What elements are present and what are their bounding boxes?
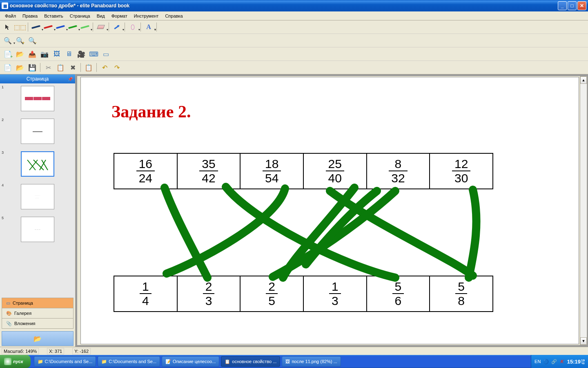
redo-button[interactable]: ↷ [111, 62, 122, 73]
start-button[interactable]: пуск [0, 355, 31, 368]
menu-help[interactable]: Справка [162, 13, 186, 19]
fraction: 23 [203, 280, 215, 307]
taskbar-task[interactable]: 📋основное свойство ... [221, 356, 280, 367]
page-canvas[interactable]: Задание 2. 16243542185425408321230 14232… [80, 77, 579, 344]
menu-tool[interactable]: Инструмент [131, 13, 162, 19]
titlebar: ▦ основное свойство дроби* - elite Panab… [0, 0, 588, 11]
thumbnail-1[interactable]: 1 [2, 86, 73, 111]
thumbnail-4[interactable]: 4· · · · ·· · · · [2, 184, 73, 209]
task-label: Описание целесоо... [173, 359, 216, 364]
scroll-down-button[interactable]: ▼ [580, 337, 587, 345]
shape-tool[interactable]: ⬯▾ [127, 22, 138, 32]
taskbar-task[interactable]: 🖼после 11.png (82%) ... [282, 356, 341, 367]
video-button[interactable]: 🎥 [76, 49, 87, 59]
scale-label: Масштаб: [4, 349, 24, 354]
fraction-cell: 56 [367, 276, 430, 312]
sidebar: Страница 📌 12▬▬▬▬34· · · · ·· · · ·5─ ─ … [0, 74, 76, 347]
window-title: основное свойство дроби* - elite Panaboa… [10, 3, 558, 9]
picture-button[interactable]: 🖼 [51, 49, 62, 59]
screen-button[interactable]: 🖥 [64, 49, 74, 59]
start-icon [4, 358, 11, 365]
camera-button[interactable]: 📷 [39, 49, 50, 59]
tab-page[interactable]: ▭Страница [2, 298, 74, 308]
menu-view[interactable]: Вид [94, 13, 108, 19]
status-scale: Масштаб: 149% [2, 348, 39, 355]
toolbar-zoom: 🔍▾ 🔍+ 🔍− [0, 34, 588, 47]
pin-icon[interactable]: 📌 [68, 77, 73, 81]
taskbar-task[interactable]: 📁C:\Documents and Se... [34, 356, 96, 367]
text-tool[interactable]: A▾ [143, 22, 154, 32]
tray-icon-2[interactable]: 🔗 [551, 358, 557, 365]
menu-format[interactable]: Формат [108, 13, 131, 19]
pointer-tool[interactable] [2, 22, 13, 32]
open-button[interactable]: 📂 [15, 62, 25, 73]
zoom-out-button[interactable]: 🔍− [27, 35, 38, 46]
thumbnails-panel[interactable]: 12▬▬▬▬34· · · · ·· · · ·5─ ─ ─ [0, 83, 75, 298]
fraction: 56 [392, 280, 404, 307]
marker-lightgreen[interactable]: ▾ [80, 22, 90, 32]
vertical-scrollbar[interactable]: ▲ ▼ [580, 76, 587, 345]
cut-button[interactable]: ✂ [43, 62, 53, 73]
delete-button[interactable]: ✖ [67, 62, 78, 73]
fraction-cell: 1854 [240, 153, 303, 189]
keyboard-button[interactable]: ⌨ [88, 49, 99, 59]
import-button[interactable]: 📂 [15, 49, 25, 59]
tab-attachments[interactable]: 📎Вложения [2, 318, 74, 329]
task-icon: 📝 [165, 359, 171, 364]
menu-insert[interactable]: Вставить [41, 13, 67, 19]
taskbar-task[interactable]: 📁C:\Documents and Se... [98, 356, 160, 367]
save-button[interactable]: 💾 [27, 62, 38, 73]
tray-icon-k[interactable]: K [559, 358, 566, 365]
paste-button[interactable]: 📋 [83, 62, 94, 73]
task-icon: 📁 [38, 359, 43, 364]
undo-button[interactable]: ↶ [99, 62, 110, 73]
pen-tool[interactable]: ▾ [111, 22, 122, 32]
thumbnail-5[interactable]: 5─ ─ ─ [2, 217, 73, 242]
fraction-cell: 2540 [303, 153, 367, 189]
thumbnail-2[interactable]: 2▬▬▬▬ [2, 119, 73, 144]
task-label: C:\Documents and Se... [109, 359, 156, 364]
marker-blue[interactable]: ▾ [55, 22, 66, 32]
menu-file[interactable]: Файл [2, 13, 19, 19]
copy-button[interactable]: 📋 [55, 62, 66, 73]
zoom-in-button[interactable]: 🔍+ [15, 35, 25, 46]
gallery-icon: 🎨 [6, 311, 12, 316]
menu-edit[interactable]: Правка [19, 13, 41, 19]
fraction: 13 [329, 280, 341, 307]
status-x: X: 371 [47, 348, 64, 355]
sidebar-footer-button[interactable]: 📂 [2, 331, 74, 346]
fraction: 832 [389, 157, 407, 185]
fraction-cell: 14 [114, 276, 177, 312]
canvas-area: Задание 2. 16243542185425408321230 14232… [76, 74, 588, 347]
menu-page[interactable]: Страница [67, 13, 94, 19]
select-tool[interactable]: ⬚⬚ [15, 22, 25, 32]
tab-gallery[interactable]: 🎨Галерея [2, 308, 74, 319]
lang-indicator[interactable]: EN [535, 358, 541, 365]
thumbnail-3[interactable]: 3 [2, 151, 73, 177]
new-button[interactable]: 📄 [2, 62, 13, 73]
scroll-track[interactable] [580, 84, 587, 337]
toolbar-insert: 📄+ 📂 📤 📷 🖼 🖥 🎥 ⌨ ▭ [0, 47, 588, 61]
new-page-button[interactable]: 📄+ [2, 49, 13, 59]
marker-black[interactable]: ▾ [31, 22, 41, 32]
close-button[interactable]: ✕ [577, 1, 586, 10]
fraction-cell: 1230 [430, 153, 493, 189]
clock-hm: 15:19 [567, 359, 581, 365]
fraction-cell: 58 [430, 276, 493, 312]
tray-icon-1[interactable]: 🔵 [543, 358, 549, 365]
fraction-cell: 13 [303, 276, 367, 312]
maximize-button[interactable]: □ [568, 1, 577, 10]
fraction: 1230 [452, 157, 470, 185]
scroll-up-button[interactable]: ▲ [580, 76, 587, 84]
window-button[interactable]: ▭ [100, 49, 111, 59]
marker-red[interactable]: ▾ [43, 22, 53, 32]
clock[interactable]: 15:19 19 Чт [567, 359, 585, 365]
marker-green[interactable]: ▾ [67, 22, 78, 32]
minimize-button[interactable]: _ [558, 1, 567, 10]
canvas-viewport[interactable]: Задание 2. 16243542185425408321230 14232… [77, 76, 580, 345]
eraser-tool[interactable]: ▾ [96, 22, 106, 32]
taskbar-task[interactable]: 📝Описание целесоо... [162, 356, 219, 367]
export-button[interactable]: 📤 [27, 49, 38, 59]
task-label: основное свойство ... [232, 359, 276, 364]
zoom-tool[interactable]: 🔍▾ [2, 35, 13, 46]
